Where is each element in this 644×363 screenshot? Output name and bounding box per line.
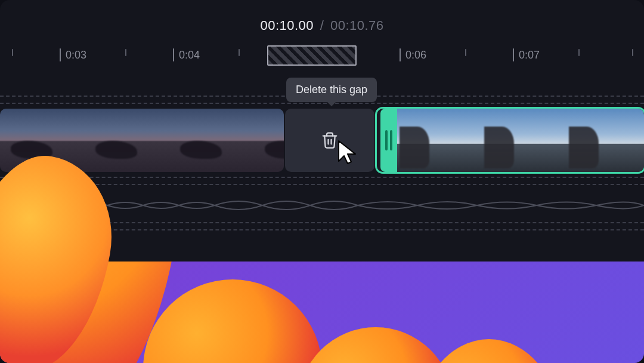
timeline-ruler[interactable]: 0:030:040:050:060:07 (0, 43, 644, 70)
track-divider (0, 229, 644, 230)
tracks-area: Delete this gap (0, 96, 644, 230)
clip-thumbnail-frame (0, 109, 85, 172)
graphic-overlay-track[interactable] (0, 262, 644, 363)
video-editor-timeline: 00:10.00 / 00:10.76 0:030:040:050:060:07 (0, 0, 644, 363)
ruler-selection-range[interactable] (267, 45, 357, 66)
ruler-tick-label: 0:03 (66, 49, 86, 61)
clip-thumbnail-frame (85, 109, 169, 172)
clip-thumbnail-frame (254, 109, 284, 172)
ruler-minor-tick (239, 49, 240, 56)
clip-trim-handle-left[interactable] (380, 109, 397, 172)
timecode-display: 00:10.00 / 00:10.76 (0, 18, 644, 33)
video-track[interactable]: Delete this gap (0, 109, 644, 172)
ruler-tick: 0:07 (513, 49, 540, 61)
clip-thumbnail-frame (482, 109, 566, 172)
ruler-minor-tick (632, 49, 633, 56)
video-clip-b-selected[interactable] (377, 109, 644, 172)
ruler-minor-tick (578, 49, 580, 56)
ruler-minor-tick (125, 49, 126, 56)
ruler-minor-tick (465, 49, 466, 56)
track-divider (0, 103, 644, 104)
decorative-blob (298, 327, 453, 363)
ruler-tick-label: 0:06 (405, 49, 426, 61)
clip-thumbnail-frame (397, 109, 482, 172)
video-clip-a[interactable] (0, 109, 284, 172)
clip-thumbnail-frame (169, 109, 254, 172)
ruler-tick: 0:06 (400, 49, 426, 61)
ruler-tick-label: 0:07 (519, 49, 540, 61)
delete-gap-tooltip: Delete this gap (286, 78, 377, 102)
track-divider (0, 184, 644, 185)
audio-waveform (0, 197, 644, 214)
track-divider (0, 177, 644, 178)
ruler-tick: 0:03 (60, 49, 86, 61)
timecode-total: 00:10.76 (330, 18, 384, 33)
cursor-icon (336, 139, 363, 170)
timecode-separator: / (320, 18, 324, 33)
decorative-blob (143, 279, 322, 363)
timecode-current: 00:10.00 (260, 18, 314, 33)
audio-track[interactable] (0, 189, 644, 222)
ruler-minor-tick (12, 49, 13, 56)
ruler-tick: 0:04 (173, 49, 200, 61)
clip-thumbnail-frame (566, 109, 644, 172)
ruler-tick-label: 0:04 (179, 49, 200, 61)
track-divider (0, 222, 644, 223)
